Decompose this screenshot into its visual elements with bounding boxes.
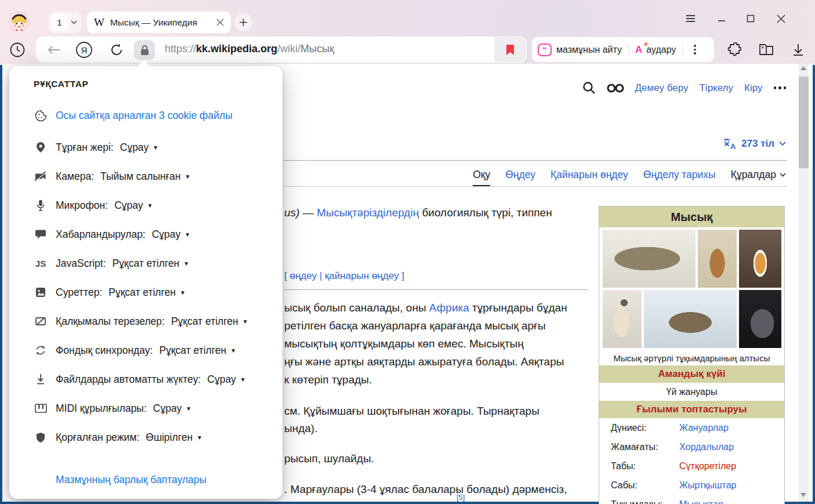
permission-row-notifications: Хабарландырулар: Сұрау▼	[34, 227, 190, 242]
permission-row-camera: Камера: Тыйым салынған▼	[34, 169, 190, 184]
edit-source-link[interactable]: қайнарын өңдеу	[325, 270, 399, 281]
yandex-services-button[interactable]: Я	[75, 41, 93, 59]
url-host: kk.wikipedia.org	[196, 43, 277, 55]
avatar-girl-icon	[8, 11, 30, 33]
cat-photo-siamese[interactable]	[603, 290, 642, 348]
cookies-link[interactable]: Осы сайтқа арналған 3 cookie файлы	[56, 110, 233, 122]
permission-value-dropdown[interactable]: Рұқсат етілген▼	[108, 287, 186, 299]
cat-photo-abyssinian[interactable]	[698, 230, 737, 288]
tab-edit[interactable]: Өңдеу	[505, 169, 535, 181]
language-count-label: 273 тіл	[741, 138, 774, 150]
read-aloud-button[interactable]: “ мазмұнын айту	[538, 43, 622, 56]
article-text-line: . Марғаулары (3-4 ұялас балалары болады)…	[284, 483, 567, 496]
permission-value-dropdown[interactable]: Сұрау▼	[114, 200, 153, 212]
back-button[interactable]	[45, 41, 63, 59]
search-icon[interactable]	[582, 81, 596, 95]
register-link[interactable]: Тіркелу	[699, 82, 733, 94]
scroll-down-arrow[interactable]	[800, 493, 806, 497]
article-text-line: мысықтың қолтұқымдары көп емес. Мысықтың	[284, 338, 524, 350]
section-heading-rule	[284, 289, 588, 290]
camera-off-icon	[34, 171, 48, 182]
permission-value-dropdown[interactable]: Рұқсат етілген▼	[159, 345, 236, 357]
bookmark-button[interactable]	[494, 37, 526, 62]
microphone-icon	[34, 200, 48, 211]
permission-value-dropdown[interactable]: Өшірілген▼	[146, 432, 202, 444]
permission-row-images: Суреттер: Рұқсат етілген▼	[34, 285, 186, 300]
languages-icon: A	[723, 137, 737, 150]
scrollbar-thumb[interactable]	[799, 77, 809, 168]
history-button[interactable]	[9, 41, 26, 59]
midi-icon	[34, 404, 48, 413]
speech-quote-icon: “	[538, 43, 552, 56]
images-icon	[34, 287, 48, 298]
url-scheme: https://	[165, 43, 196, 55]
article-text-line: ретілген басқа жануарларға қарағанда мыс…	[284, 320, 546, 332]
translate-button[interactable]: Aә аудару	[635, 44, 676, 56]
kingdom-link[interactable]: Жануарлар	[679, 423, 729, 433]
family-link[interactable]: Мысықтар	[679, 499, 723, 504]
cat-photo-tabby-snow[interactable]	[644, 290, 737, 348]
site-permissions-button[interactable]	[134, 40, 155, 60]
pill-divider	[628, 43, 629, 56]
permission-value-dropdown[interactable]: Сұрау▼	[120, 142, 158, 154]
collections-button[interactable]	[757, 41, 776, 59]
extensions-button[interactable]	[725, 41, 743, 59]
donate-link[interactable]: Демеу беру	[635, 82, 689, 94]
maximize-button[interactable]	[745, 13, 756, 24]
reference-link[interactable]: [5]	[457, 493, 465, 502]
lock-icon	[140, 45, 149, 56]
new-tab-button[interactable]	[234, 13, 252, 31]
downloads-button[interactable]	[789, 41, 807, 59]
edit-link[interactable]: өңдеу	[289, 270, 317, 281]
cat-photo-gray[interactable]	[739, 290, 781, 348]
browser-menu-button[interactable]	[684, 13, 696, 24]
url-field[interactable]: https://kk.wikipedia.org/wiki/Мысық	[165, 43, 334, 55]
article-text-line: к көтеріп тұрады.	[284, 374, 372, 386]
scroll-up-arrow[interactable]	[800, 66, 806, 70]
wikipedia-favicon: W	[94, 16, 104, 29]
plus-icon	[239, 18, 248, 27]
tab-group-chip[interactable]: 1	[49, 12, 81, 33]
language-selector-button[interactable]: A 273 тіл	[723, 137, 786, 150]
svg-text:Я: Я	[81, 45, 88, 55]
login-link[interactable]: Кіру	[744, 82, 762, 94]
tab-edit-source[interactable]: Қайнарын өңдеу	[550, 169, 628, 181]
permission-value-dropdown[interactable]: Сұрау▼	[152, 229, 190, 241]
refresh-button[interactable]	[108, 41, 125, 59]
class-link[interactable]: Сүтқоретілер	[679, 461, 736, 472]
felidae-link[interactable]: Мысықтәрізділердің	[317, 206, 419, 219]
tab-read[interactable]: Оқу	[473, 169, 490, 181]
minimize-button[interactable]	[716, 13, 727, 24]
phylum-link[interactable]: Хордалылар	[679, 442, 734, 452]
tab-history[interactable]: Өңделу тарихы	[643, 169, 716, 181]
article-text-line: ысық болып саналады, оны Африка тұрғында…	[284, 302, 567, 314]
wiki-more-menu[interactable]	[774, 86, 787, 89]
permission-value-dropdown[interactable]: Рұқсат етілген▼	[113, 258, 190, 270]
taxonomy-header: Ғылыми топтастыруы	[599, 401, 784, 418]
permission-value-dropdown[interactable]: Сұрау▼	[207, 374, 245, 386]
article-text-line: см. Құйымшағы шоқтығынан жоғары. Тырнақт…	[284, 405, 539, 418]
browser-tab-active[interactable]: W Мысық — Уикипедия	[87, 12, 231, 33]
order-link[interactable]: Жыртқыштар	[679, 480, 736, 491]
pill-divider	[682, 43, 683, 56]
tab-tools[interactable]: Құралдар	[731, 169, 786, 181]
all-content-settings-link[interactable]: Мазмұнның барлық баптаулары	[56, 474, 207, 486]
africa-link[interactable]: Африка	[429, 302, 469, 314]
page-scrollbar[interactable]	[799, 64, 809, 502]
appearance-glasses-icon[interactable]	[607, 84, 624, 93]
permission-value-dropdown[interactable]: Сұрау▼	[153, 403, 191, 415]
taxobox-caption: Мысық әртүрлі тұқымдарының алтысы	[599, 350, 784, 365]
tabs-divider	[283, 186, 787, 187]
taxonomy-row: Тұқымдасы: Мысықтар	[599, 495, 784, 504]
tab-close-icon[interactable]	[216, 19, 224, 26]
permission-value-dropdown[interactable]: Тыйым салынған▼	[100, 171, 190, 183]
chevron-down-icon	[71, 20, 77, 24]
close-window-button[interactable]	[775, 13, 787, 24]
page-actions-more-button[interactable]	[689, 45, 701, 55]
cat-photo-tabby-lying[interactable]	[603, 230, 696, 288]
taxonomy-row: Дүниесі: Жануарлар	[599, 418, 784, 437]
bookmark-icon	[506, 44, 515, 56]
permission-value-dropdown[interactable]: Рұқсат етілген▼	[171, 316, 248, 328]
cat-photo-orange-white[interactable]	[739, 230, 781, 288]
profile-avatar[interactable]	[8, 11, 30, 33]
